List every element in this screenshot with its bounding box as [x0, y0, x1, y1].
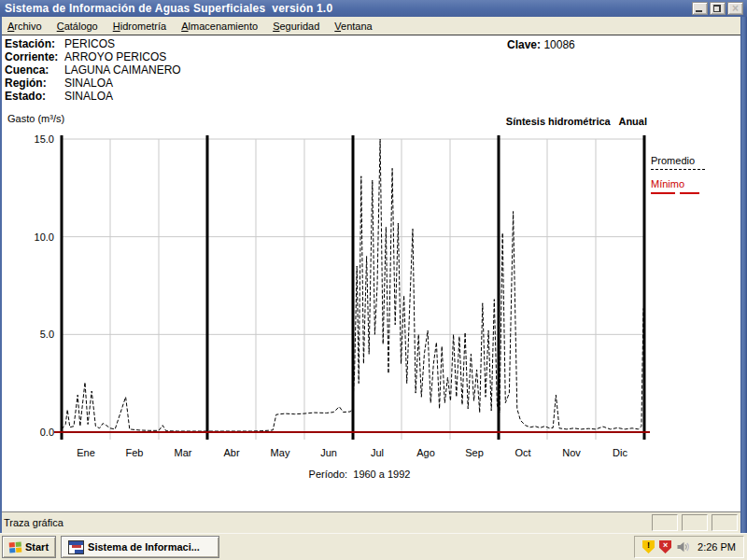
taskbar: Start Sistema de Informaci... ! × 2:26 P…	[0, 533, 747, 560]
desktop: Sistema de Información de Aguas Superfic…	[0, 0, 747, 560]
y-tick-label: 15.0	[35, 133, 54, 145]
x-tick-label-nov: Nov	[562, 447, 581, 458]
legend-promedio-line-sample	[651, 169, 705, 170]
restore-button[interactable]	[710, 2, 726, 15]
info-label-region: Región:	[5, 77, 64, 90]
menu-item-hidrometria[interactable]: Hidrometría	[106, 19, 174, 34]
start-button-label: Start	[25, 541, 49, 553]
y-tick-label: 5.0	[40, 329, 54, 340]
info-value-estado: SINALOA	[64, 90, 113, 103]
clave-field: Clave: 10086	[507, 38, 575, 51]
info-row-cuenca: Cuenca:LAGUNA CAIMANERO	[5, 63, 181, 77]
status-panel	[712, 514, 738, 531]
volume-icon[interactable]	[676, 540, 689, 553]
info-row-estado: Estado:SINALOA	[5, 90, 181, 103]
legend-minimo-line-sample	[651, 192, 701, 194]
chart-legend: Promedio Mínimo	[651, 155, 705, 194]
legend-promedio-label: Promedio	[651, 155, 705, 167]
title-bar: Sistema de Información de Aguas Superfic…	[0, 0, 747, 17]
info-value-corriente: ARROYO PERICOS	[64, 50, 166, 63]
start-button[interactable]: Start	[2, 536, 56, 558]
menu-item-ventana[interactable]: Ventana	[327, 19, 379, 34]
restore-icon	[713, 5, 721, 12]
status-panel	[682, 514, 708, 531]
info-label-corriente: Corriente:	[5, 50, 64, 63]
x-tick-label-dic: Dic	[613, 447, 627, 458]
info-label-estacion: Estación:	[5, 37, 64, 50]
x-tick-label-mar: Mar	[175, 447, 192, 458]
x-tick-label-ene: Ene	[77, 447, 95, 458]
x-tick-label-feb: Feb	[126, 447, 144, 458]
status-text: Traza gráfica	[0, 517, 63, 528]
clave-label: Clave:	[507, 38, 541, 51]
menu-item-catalogo[interactable]: Catálogo	[49, 19, 106, 34]
menu-item-seguridad[interactable]: Seguridad	[265, 19, 327, 34]
security-warning-shield-icon[interactable]: !	[642, 540, 655, 553]
app-icon	[68, 540, 84, 554]
clave-value: 10086	[543, 38, 574, 51]
window-border-left	[0, 17, 2, 533]
x-tick-label-ago: Ago	[416, 447, 435, 458]
y-tick-label: 10.0	[35, 231, 54, 243]
x-tick-label-sep: Sep	[465, 447, 484, 458]
close-button[interactable]: ×	[727, 2, 743, 15]
menu-item-almacenamiento[interactable]: Almacenamiento	[174, 19, 265, 34]
legend-item-minimo: Mínimo	[651, 178, 705, 194]
info-row-region: Región:SINALOA	[5, 77, 181, 90]
window-title: Sistema de Información de Aguas Superfic…	[0, 2, 332, 15]
status-panel	[652, 514, 678, 531]
info-label-cuenca: Cuenca:	[5, 63, 64, 77]
taskbar-app-button[interactable]: Sistema de Informaci...	[61, 536, 219, 558]
security-error-shield-icon[interactable]: ×	[659, 540, 671, 553]
x-tick-label-may: May	[271, 447, 290, 458]
windows-logo-icon	[9, 541, 22, 553]
taskbar-app-label: Sistema de Informaci...	[88, 541, 200, 553]
system-tray: ! × 2:26 PM	[634, 536, 744, 558]
menu-item-archivo[interactable]: Archivo	[0, 19, 49, 34]
menu-bar: ArchivoCatálogoHidrometríaAlmacenamiento…	[0, 17, 747, 35]
status-bar: Traza gráfica	[0, 511, 747, 533]
minimize-button[interactable]	[692, 2, 708, 15]
x-tick-label-jul: Jul	[371, 447, 384, 458]
x-tick-label-jun: Jun	[320, 447, 337, 458]
info-row-estacion: Estación:PERICOS	[5, 37, 181, 50]
station-info: Estación:PERICOSCorriente:ARROYO PERICOS…	[5, 37, 181, 103]
info-value-cuenca: LAGUNA CAIMANERO	[64, 63, 181, 77]
close-icon: ×	[728, 3, 742, 14]
client-area: Estación:PERICOSCorriente:ARROYO PERICOS…	[0, 35, 747, 511]
legend-minimo-label: Mínimo	[651, 178, 705, 190]
status-bar-panels	[652, 514, 747, 531]
info-value-region: SINALOA	[64, 77, 113, 90]
hydrograph-chart: 15.010.05.00.0EneFebMarAbrMayJunJulAgoSe…	[0, 122, 747, 486]
legend-item-promedio: Promedio	[651, 155, 705, 170]
info-row-corriente: Corriente:ARROYO PERICOS	[5, 50, 181, 63]
y-tick-label: 0.0	[40, 427, 54, 438]
window-border-right	[740, 17, 747, 533]
info-label-estado: Estado:	[5, 90, 64, 103]
window-controls: ×	[692, 2, 747, 15]
minimize-icon	[696, 10, 702, 12]
x-tick-label-oct: Oct	[514, 447, 530, 458]
clock: 2:26 PM	[694, 541, 736, 553]
info-value-estacion: PERICOS	[64, 37, 115, 50]
chart-period-caption: Período: 1960 a 1992	[0, 469, 719, 480]
x-tick-label-abr: Abr	[223, 447, 239, 458]
